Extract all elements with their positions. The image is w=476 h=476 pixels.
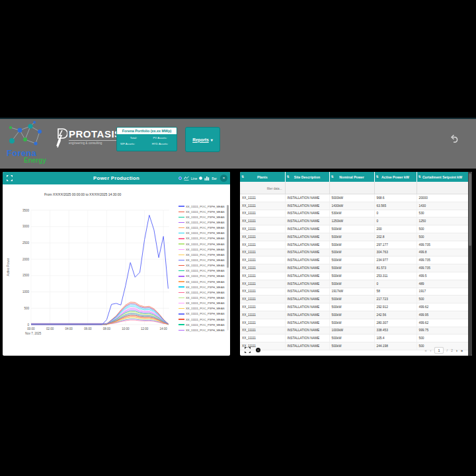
filter-input-0[interactable] <box>240 183 285 195</box>
table-cell: 253.311 <box>374 272 416 280</box>
legend-item[interactable]: XX_11111_POC_P3PH_MEAS <box>178 279 226 284</box>
legend-swatch <box>178 286 184 287</box>
sort-icon[interactable]: ⇅ <box>418 175 421 178</box>
table-row[interactable]: XX_11111INSTALLATION NAME1430kW63.565143… <box>240 202 468 210</box>
legend-item[interactable]: XX_11111_POC_P3PH_MEAS <box>178 241 226 247</box>
legend-item[interactable]: XX_11111_POC_P3PH_MEAS <box>178 225 226 231</box>
table-row[interactable]: XX_11111INSTALLATION NAME500kW242.56499.… <box>240 311 468 319</box>
filter-input-1[interactable] <box>286 183 329 195</box>
table-scrollbar[interactable] <box>468 172 472 356</box>
legend-item[interactable]: XX_11111_POC_P3PH_MEAS <box>178 214 226 219</box>
legend-item[interactable]: XX_11111_POC_P3PH_MEAS <box>178 290 226 295</box>
table-cell: XX_11111 <box>240 241 285 249</box>
protasis-tagline: engineering & consulting <box>69 140 122 145</box>
table-row[interactable]: XX_11111INSTALLATION NAME500kW0489 <box>240 280 468 288</box>
column-header-0[interactable]: ⇅Plants <box>240 172 285 182</box>
filter-cell-2[interactable] <box>329 182 374 194</box>
legend-swatch <box>178 276 184 276</box>
legend-item[interactable]: XX_11111_POC_P3PH_MEAS <box>178 268 226 274</box>
table-row[interactable]: XX_11111INSTALLATION NAME1250kW01250 <box>240 218 468 225</box>
column-header-2[interactable]: ⇅Nominal Power <box>329 172 374 182</box>
first-page-button[interactable]: « <box>425 348 427 352</box>
legend-swatch <box>178 303 184 303</box>
table-expand-icon[interactable] <box>245 347 251 353</box>
filter-input-3[interactable] <box>375 183 416 195</box>
table-row[interactable]: XX_11111INSTALLATION NAME500kW105.4500 <box>240 335 468 342</box>
legend-item[interactable]: XX_11111_POC_P3PH_MEAS <box>178 301 226 306</box>
table-row[interactable]: XX_11111INSTALLATION NAME500kW81.573499.… <box>240 264 468 272</box>
line-mode-radio[interactable] <box>178 177 182 180</box>
line-mode-label[interactable]: Line <box>191 177 197 180</box>
legend-item[interactable]: XX_11111_POC_P3PH_MEAS <box>178 284 226 290</box>
legend-scrollbar[interactable] <box>227 205 229 331</box>
undo-icon[interactable] <box>450 134 460 144</box>
legend-label: XX_11111_POC_P3PH_MEAS <box>186 243 225 246</box>
legend-item[interactable]: XX_11111_POC_P3PH_MEAS <box>178 322 226 327</box>
legend-item[interactable]: XX_11111_POC_P3PH_MEAS <box>178 204 226 209</box>
total-pages[interactable]: 2 <box>451 348 453 352</box>
table-cell: 500kW <box>329 303 374 311</box>
portfolio-wf-label: WF Assets: <box>120 142 147 145</box>
legend-label: XX_11111_POC_P3PH_MEAS <box>186 312 225 315</box>
bar-mode-radio[interactable] <box>199 177 202 180</box>
table-cell: 500 <box>416 335 468 342</box>
legend-item[interactable]: XX_11111_POC_P3PH_MEAS <box>178 257 226 262</box>
table-row[interactable]: XX_11111INSTALLATION NAME500kW292.912499… <box>240 303 468 311</box>
table-cell: 0 <box>374 280 416 288</box>
table-row[interactable]: XX_11111INSTALLATION NAME500kW297.177499… <box>240 241 468 249</box>
next-page-button[interactable]: › <box>456 348 457 352</box>
legend-item[interactable]: XX_11111_POC_P3PH_MEAS <box>178 317 226 322</box>
legend-label: XX_11111_POC_P3PH_MEAS <box>186 226 225 229</box>
column-header-4[interactable]: ⇅Curtailment Setpoint kW <box>416 172 468 182</box>
table-row[interactable]: XX_11111INSTALLATION NAME1000kW338.45399… <box>240 327 468 335</box>
filter-cell-1[interactable] <box>285 182 329 194</box>
table-cell: XX_11111 <box>240 225 285 233</box>
table-row[interactable]: XX_11111INSTALLATION NAME500kW200500 <box>240 225 468 233</box>
filter-cell-4[interactable] <box>416 182 468 194</box>
filter-input-2[interactable] <box>330 183 374 195</box>
table-cell: 499.62 <box>416 303 468 311</box>
sort-icon[interactable]: ⇅ <box>331 175 334 178</box>
table-row[interactable]: XX_11111INSTALLATION NAME530kW0530 <box>240 210 468 218</box>
sort-icon[interactable]: ⇅ <box>241 175 244 178</box>
sort-icon[interactable]: ⇅ <box>376 175 379 178</box>
bar-mode-label[interactable]: Bar <box>212 177 217 180</box>
table-drag-dot[interactable] <box>256 348 260 352</box>
legend-item[interactable]: XX_11111_POC_P3PH_MEAS <box>178 274 226 279</box>
caret-down-icon: ▾ <box>211 138 213 142</box>
legend-item[interactable]: XX_11111_POC_P3PH_MEAS <box>178 311 226 317</box>
table-row[interactable]: XX_11111INSTALLATION NAME500kW234.977499… <box>240 257 468 264</box>
legend-item[interactable]: XX_11111_POC_P3PH_MEAS <box>178 263 226 268</box>
close-icon[interactable]: × <box>220 175 227 182</box>
legend-item[interactable]: XX_11111_POC_P3PH_MEAS <box>178 295 226 300</box>
table-row[interactable]: XX_11111INSTALLATION NAME1917kW581917 <box>240 288 468 296</box>
current-page[interactable]: 1 <box>434 347 443 354</box>
table-row[interactable]: XX_11111INSTALLATION NAME500kW280.307499… <box>240 319 468 327</box>
table-row[interactable]: XX_11111INSTALLATION NAME500kW202.8500 <box>240 233 468 241</box>
filter-cell-0[interactable] <box>240 182 285 194</box>
table-row[interactable]: XX_11111INSTALLATION NAME5000kW968.62000… <box>240 194 468 202</box>
table-row[interactable]: XX_11111INSTALLATION NAME500kW304.763499… <box>240 249 468 257</box>
sort-icon[interactable]: ⇅ <box>287 175 290 178</box>
column-header-1[interactable]: ⇅Site Description <box>285 172 329 182</box>
legend-item[interactable]: XX_11111_POC_P3PH_MEAS <box>178 231 226 236</box>
legend-item[interactable]: XX_11111_POC_P3PH_MEAS <box>178 209 226 214</box>
table-row[interactable]: XX_11111INSTALLATION NAME500kW253.311499… <box>240 272 468 280</box>
reports-button[interactable]: Reports ▾ <box>185 127 220 152</box>
table-cell: 217.723 <box>374 296 416 303</box>
last-page-button[interactable]: » <box>461 348 463 352</box>
legend-item[interactable]: XX_11111_POC_P3PH_MEAS <box>178 252 226 257</box>
legend-item[interactable]: XX_11111_POC_P3PH_MEAS <box>178 306 226 311</box>
page-background: Forena Energy PROTASIS engineering & con… <box>0 0 476 476</box>
filter-cell-3[interactable] <box>374 182 416 194</box>
table-cell: 58 <box>374 288 416 296</box>
legend-item[interactable]: XX_11111_POC_P3PH_MEAS <box>178 236 226 241</box>
legend-item[interactable]: XX_11111_POC_P3PH_MEAS <box>178 247 226 252</box>
legend-item[interactable]: XX_11111_POC_P3PH_MEAS <box>178 219 226 225</box>
legend-item[interactable]: XX_11111_POC_P3PH_MEAS <box>178 327 226 333</box>
table-cell: XX_11111 <box>240 202 285 210</box>
column-header-3[interactable]: ⇅Active Power kW <box>374 172 416 182</box>
table-row[interactable]: XX_11111INSTALLATION NAME500kW217.723500 <box>240 296 468 303</box>
filter-input-4[interactable] <box>417 183 468 195</box>
prev-page-button[interactable]: ‹ <box>430 348 432 352</box>
